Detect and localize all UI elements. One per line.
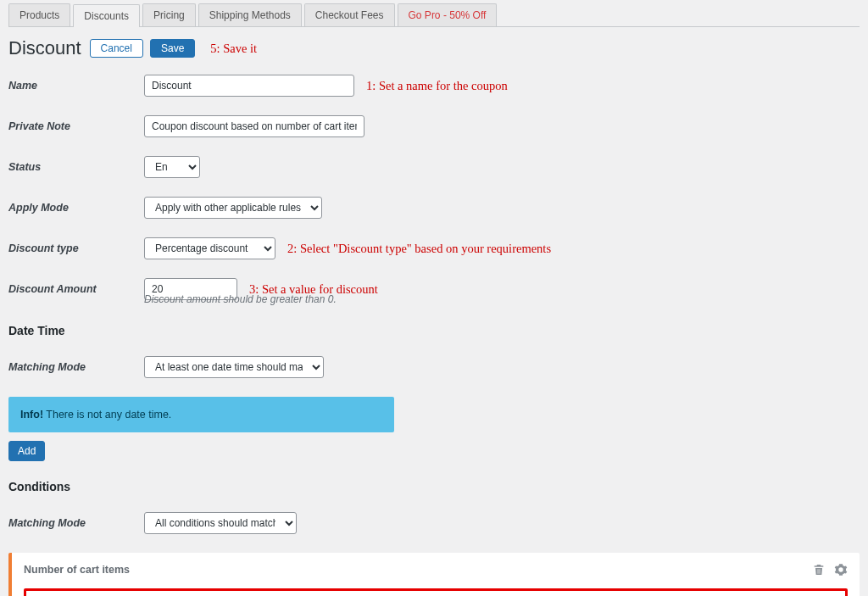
- tab-products[interactable]: Products: [8, 3, 70, 26]
- save-button[interactable]: Save: [150, 39, 195, 58]
- tab-shipping-methods[interactable]: Shipping Methods: [198, 3, 302, 26]
- apply-mode-select[interactable]: Apply with other applicable rules: [144, 197, 322, 219]
- condition-card: Number of cart items Number of cart item…: [8, 553, 860, 596]
- label-discount-amount: Discount Amount: [8, 283, 144, 295]
- label-discount-type: Discount type: [8, 242, 144, 254]
- trash-icon[interactable]: [812, 563, 826, 577]
- section-conditions: Conditions: [8, 480, 860, 493]
- gear-icon[interactable]: [834, 563, 848, 577]
- tab-go-pro[interactable]: Go Pro - 50% Off: [398, 3, 498, 26]
- label-private-note: Private Note: [8, 120, 144, 132]
- private-note-input[interactable]: [144, 115, 364, 137]
- section-date-time: Date Time: [8, 324, 860, 337]
- discount-type-select[interactable]: Percentage discount: [144, 237, 275, 259]
- condition-body-highlight: Number of cart items Greater equal to 4:…: [24, 588, 848, 596]
- nav-tabs: Products Discounts Pricing Shipping Meth…: [8, 3, 860, 27]
- tab-pricing[interactable]: Pricing: [142, 3, 196, 26]
- name-input[interactable]: [144, 75, 354, 97]
- tab-discounts[interactable]: Discounts: [73, 4, 140, 27]
- cond-matching-mode-select[interactable]: All conditions should match: [144, 512, 297, 534]
- tab-checkout-fees[interactable]: Checkout Fees: [304, 3, 395, 26]
- info-text: There is not any date time.: [43, 409, 171, 421]
- annotation-save: 5: Save it: [210, 42, 257, 56]
- page-title: Discount: [8, 37, 81, 59]
- discount-amount-hint: Discount amount should be greater than 0…: [144, 293, 860, 305]
- info-label: Info!: [20, 409, 43, 421]
- dt-matching-mode-select[interactable]: At least one date time should match: [144, 356, 324, 378]
- annotation-discount-type: 2: Select "Discount type" based on your …: [287, 242, 551, 256]
- label-name: Name: [8, 80, 144, 92]
- label-cond-matching-mode: Matching Mode: [8, 517, 144, 529]
- label-status: Status: [8, 161, 144, 173]
- label-apply-mode: Apply Mode: [8, 202, 144, 214]
- annotation-name: 1: Set a name for the coupon: [366, 79, 508, 93]
- label-dt-matching-mode: Matching Mode: [8, 361, 144, 373]
- status-select[interactable]: Enabled: [144, 156, 200, 178]
- add-date-time-button[interactable]: Add: [8, 441, 45, 461]
- condition-title: Number of cart items: [24, 564, 130, 576]
- cancel-button[interactable]: Cancel: [90, 39, 143, 58]
- date-time-info-alert: Info! There is not any date time.: [8, 397, 394, 432]
